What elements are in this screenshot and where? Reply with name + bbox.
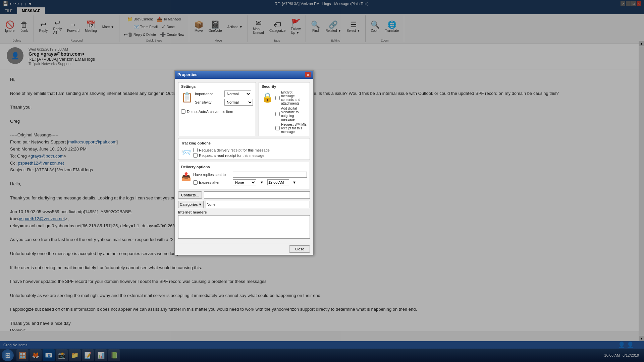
internet-headers-label: Internet headers (178, 210, 310, 214)
expires-date-select[interactable]: None (233, 179, 256, 185)
digital-sig-label: Add digital signature to outgoing messag… (281, 107, 307, 121)
expires-row[interactable]: Expires after (193, 180, 230, 185)
sensitivity-select[interactable]: Normal Personal Private Confidential (224, 99, 253, 106)
dialog-titlebar: Properties ✕ (175, 71, 313, 79)
sensitivity-label: Sensitivity (195, 100, 222, 104)
importance-select[interactable]: Normal Low High (224, 90, 251, 97)
dialog-overlay (0, 0, 644, 362)
categories-dropdown-icon: ▼ (198, 202, 202, 206)
expires-time-input[interactable] (267, 179, 289, 185)
replies-label: Have replies sent to (193, 173, 230, 177)
categories-row: Categories ▼ (178, 201, 310, 208)
smime-label: Request S/MIME receipt for this message (281, 123, 307, 134)
security-lock-icon: 🔒 (262, 90, 273, 103)
internet-headers-textarea[interactable] (178, 215, 310, 239)
contacts-categories-row: Contacts... (178, 191, 310, 199)
expires-label: Expires after (199, 180, 220, 184)
properties-dialog: Properties ✕ Settings 📋 Importance Norma… (174, 70, 314, 255)
smime-checkbox[interactable] (275, 126, 280, 130)
dialog-close-btn[interactable]: Close (289, 245, 310, 253)
dialog-title: Properties (177, 72, 197, 77)
delivery-receipt-label: Request a delivery receipt for this mess… (199, 148, 270, 152)
delivery-icon: 📤 (181, 172, 191, 181)
read-receipt-checkbox[interactable] (193, 153, 198, 158)
importance-label: Importance (195, 92, 222, 96)
categories-label: Categories (180, 202, 198, 206)
encrypt-checkbox[interactable] (275, 96, 280, 100)
do-not-autoarchive-label: Do not AutoArchive this item (187, 110, 233, 114)
smime-row[interactable]: Request S/MIME receipt for this message (275, 123, 307, 134)
digital-sig-checkbox[interactable] (275, 112, 280, 116)
dialog-footer: Close (175, 243, 313, 255)
expires-checkbox[interactable] (193, 180, 198, 185)
tracking-title: Tracking options (181, 140, 307, 146)
categories-button[interactable]: Categories ▼ (178, 201, 204, 208)
delivery-receipt-checkbox[interactable] (193, 148, 198, 152)
dialog-body: Settings 📋 Importance Normal Low High (175, 79, 313, 243)
encrypt-row[interactable]: Encrypt message contents and attachments (275, 90, 307, 105)
delivery-section: Delivery options 📤 Have replies sent to … (178, 162, 310, 189)
contacts-input[interactable] (204, 191, 310, 199)
settings-title: Settings (181, 84, 253, 88)
settings-security-container: Settings 📋 Importance Normal Low High (178, 82, 310, 136)
contacts-button[interactable]: Contacts... (178, 191, 202, 199)
read-receipt-row[interactable]: Request a read receipt for this message (193, 153, 270, 158)
do-not-autoarchive-row[interactable]: Do not AutoArchive this item (181, 109, 253, 114)
do-not-autoarchive-checkbox[interactable] (181, 109, 185, 114)
encrypt-label: Encrypt message contents and attachments (281, 90, 307, 105)
dialog-close-button[interactable]: ✕ (305, 72, 311, 77)
tracking-icon: 📨 (181, 148, 191, 158)
categories-input[interactable] (206, 201, 310, 208)
digital-sig-row[interactable]: Add digital signature to outgoing messag… (275, 107, 307, 121)
delivery-title: Delivery options (181, 164, 307, 170)
replies-input[interactable] (233, 172, 307, 178)
internet-headers-container: Internet headers (178, 210, 310, 240)
read-receipt-label: Request a read receipt for this message (199, 154, 264, 158)
delivery-receipt-row[interactable]: Request a delivery receipt for this mess… (193, 148, 270, 152)
security-section: Security 🔒 Encrypt message contents and … (259, 82, 310, 136)
settings-envelope-icon: 📋 (181, 90, 193, 103)
tracking-section: Tracking options 📨 Request a delivery re… (178, 138, 310, 160)
settings-section: Settings 📋 Importance Normal Low High (178, 82, 256, 136)
security-title: Security (262, 84, 307, 88)
